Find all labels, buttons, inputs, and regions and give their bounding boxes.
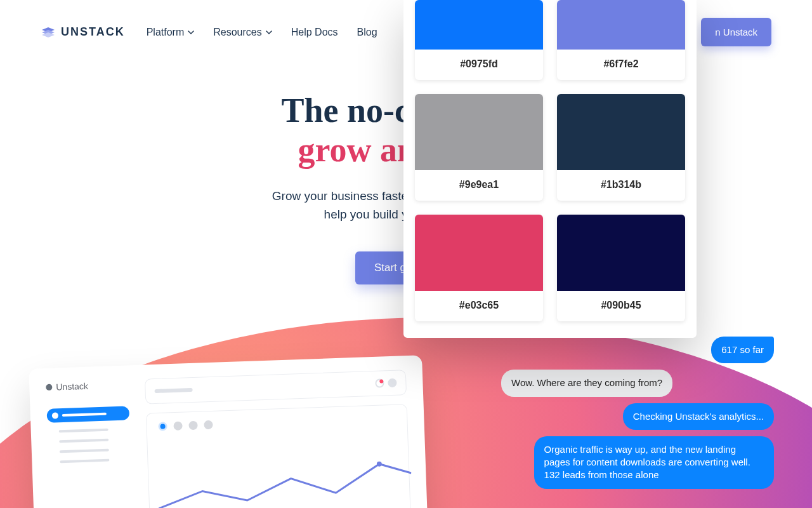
nav-label: Platform: [147, 27, 185, 38]
color-palette-popover: #0975fd #6f7fe2 #9e9ea1 #1b314b #e03c65 …: [403, 0, 697, 338]
color-swatch[interactable]: #0975fd: [415, 0, 543, 80]
color-swatch[interactable]: #090b45: [557, 215, 685, 321]
nav-links: Platform Resources Help Docs Blog: [147, 27, 377, 38]
nav-item-resources[interactable]: Resources: [213, 27, 272, 38]
chevron-down-icon: [266, 29, 272, 36]
legend-dot: [173, 422, 182, 431]
chat-bubble-sent: Checking Unstack's analytics...: [623, 403, 774, 430]
dashboard-stub: [155, 388, 193, 393]
dashboard-sidebar: Unstack: [46, 379, 133, 508]
dashboard-chart: [146, 404, 411, 508]
chat-mock: 617 so far Wow. Where are they coming fr…: [501, 337, 774, 489]
nav-label: Blog: [357, 27, 377, 38]
avatar-icon: [388, 378, 396, 387]
sidebar-item: [59, 429, 108, 433]
dashboard-status-icons: [375, 378, 396, 388]
nav-label: Resources: [213, 27, 261, 38]
nav-right: n Unstack: [701, 18, 771, 46]
dashboard-logo: Unstack: [46, 379, 128, 392]
sidebar-item-active: [47, 406, 130, 423]
legend-dot: [204, 420, 213, 429]
swatch-hex: #6f7fe2: [557, 50, 685, 80]
dashboard-logo-text: Unstack: [56, 381, 88, 392]
swatch-color: [415, 215, 543, 291]
swatch-hex: #0975fd: [415, 50, 543, 80]
swatch-hex: #090b45: [557, 291, 685, 321]
color-swatch[interactable]: #6f7fe2: [557, 0, 685, 80]
swatch-color: [557, 215, 685, 291]
dashboard-side-items: [47, 406, 131, 463]
nav-cta-label: n Unstack: [715, 27, 757, 37]
sidebar-item: [60, 459, 109, 464]
legend-dot-primary: [158, 422, 167, 431]
nav-label: Help Docs: [291, 27, 338, 38]
dashboard-mock: Unstack: [29, 355, 428, 508]
nav-item-blog[interactable]: Blog: [357, 27, 377, 38]
color-swatch[interactable]: #e03c65: [415, 215, 543, 321]
notification-icon: [375, 378, 384, 387]
brand[interactable]: UNSTACK: [41, 25, 125, 40]
swatch-hex: #e03c65: [415, 291, 543, 321]
swatch-color: [415, 94, 543, 170]
dashboard-topbar: [145, 370, 407, 404]
chart-legend: [158, 414, 395, 431]
chat-bubble-sent: Organic traffic is way up, and the new l…: [534, 436, 774, 489]
nav-item-helpdocs[interactable]: Help Docs: [291, 27, 338, 38]
swatch-color: [415, 0, 543, 50]
swatch-hex: #9e9ea1: [415, 170, 543, 201]
color-swatch[interactable]: #1b314b: [557, 94, 685, 201]
palette-grid: #0975fd #6f7fe2 #9e9ea1 #1b314b #e03c65 …: [415, 0, 685, 321]
color-swatch[interactable]: #9e9ea1: [415, 94, 543, 201]
nav-cta-button[interactable]: n Unstack: [701, 18, 771, 46]
nav-item-platform[interactable]: Platform: [147, 27, 195, 38]
brand-name: UNSTACK: [61, 25, 125, 39]
dashboard-main: [145, 370, 411, 508]
chat-bubble-sent: 617 so far: [711, 337, 774, 363]
dashboard-logo-icon: [46, 384, 52, 391]
chat-bubble-received: Wow. Where are they coming from?: [501, 370, 672, 396]
line-chart-icon: [157, 455, 413, 508]
sidebar-item: [60, 449, 109, 453]
swatch-color: [557, 0, 685, 50]
chevron-down-icon: [188, 29, 194, 36]
sidebar-item: [59, 439, 108, 443]
legend-dot: [188, 421, 197, 430]
swatch-color: [557, 94, 685, 170]
brand-logo-icon: [41, 25, 56, 40]
swatch-hex: #1b314b: [557, 170, 685, 201]
